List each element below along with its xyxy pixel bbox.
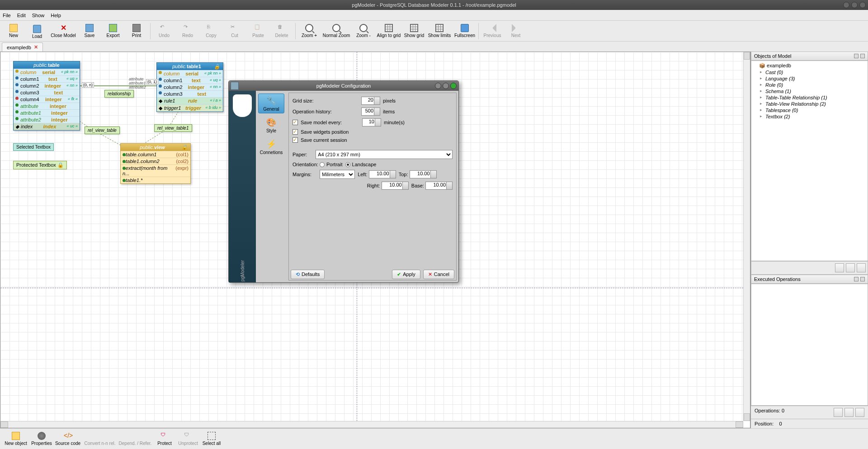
titlebar: pgModeler - PostgreSQL Database Modeler … <box>0 0 868 10</box>
minimize-icon[interactable] <box>843 2 849 8</box>
app-title: pgModeler - PostgreSQL Database Modeler … <box>352 2 516 8</box>
maximize-icon[interactable] <box>851 2 858 8</box>
close-icon[interactable] <box>859 2 866 8</box>
